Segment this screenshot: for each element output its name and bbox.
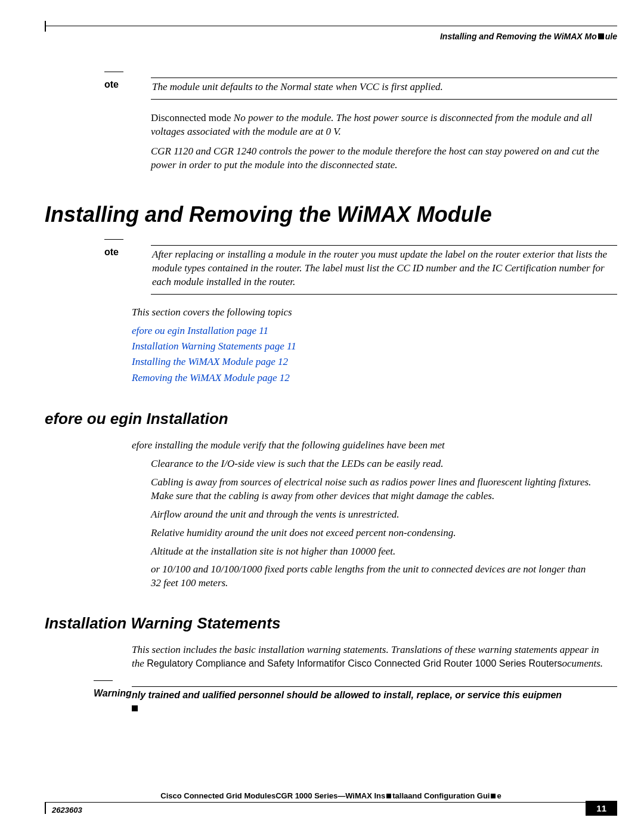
- guideline-item: Relative humidity around the unit does n…: [151, 527, 617, 540]
- footer-docnum: 2623603: [52, 806, 82, 815]
- warn-reg2: Cisco Connected Grid Router 1000 Series …: [345, 658, 562, 668]
- warning-body: nly trained and ualified personnel shoul…: [132, 686, 617, 714]
- link-before-you-begin[interactable]: efore ou egin Installation page 11: [132, 325, 268, 336]
- warning-block: Warning nly trained and ualified personn…: [86, 686, 617, 714]
- header-square-icon: [598, 33, 604, 39]
- footer-title-mid: CGR 1000 Series—WiMAX Ins: [275, 791, 385, 800]
- subsection-before-you-begin: efore ou egin Installation: [45, 410, 617, 428]
- disconnected-lead: Disconnected mode: [151, 112, 231, 123]
- footer-title: Cisco Connected Grid ModulesCGR 1000 Ser…: [45, 791, 617, 800]
- note-body: The module unit defaults to the Normal s…: [151, 78, 617, 100]
- footer-title-left: Cisco Connected Grid Modules: [160, 791, 275, 800]
- header-left-rule: [45, 21, 46, 32]
- note-label: ote: [104, 79, 119, 90]
- note-text: After replacing or installing a module i…: [151, 248, 617, 289]
- footer-square-icon: [386, 794, 391, 798]
- footer-left-rule: [45, 802, 46, 814]
- disconnected-mode-para: Disconnected mode No power to the module…: [151, 112, 617, 139]
- footer-title-mid2: tallaand Configuration Gui: [392, 791, 490, 800]
- warn-mid: for: [334, 658, 345, 668]
- subsection-warning-statements: Installation Warning Statements: [45, 614, 617, 633]
- footer-pagenum: 11: [586, 801, 617, 816]
- link-installing[interactable]: Installing the WiMAX Module page 12: [132, 356, 288, 367]
- note-block-vcc: ote The module unit defaults to the Norm…: [104, 78, 617, 100]
- guideline-item: or 10/100 and 10/100/1000 fixed ports ca…: [151, 563, 617, 590]
- guideline-item: Cabling is away from sources of electric…: [151, 476, 617, 503]
- footer-rule: [45, 802, 617, 803]
- header-top-rule: [45, 26, 617, 26]
- note-label: ote: [104, 247, 119, 258]
- guidelines-lead: efore installing the module verify that …: [132, 439, 617, 453]
- running-header-suffix: ule: [605, 32, 617, 41]
- warning-label: Warning: [94, 688, 132, 699]
- running-header-text: Installing and Removing the WiMAX Mo: [440, 32, 597, 41]
- footer-square-icon: [491, 794, 496, 798]
- link-removing[interactable]: Removing the WiMAX Module page 12: [132, 372, 290, 383]
- note-body: After replacing or installing a module i…: [151, 245, 617, 295]
- link-warning-statements[interactable]: Installation Warning Statements page 11: [132, 340, 296, 352]
- topic-links: efore ou egin Installation page 11 Insta…: [132, 323, 617, 386]
- warn-reg1: Regulatory Compliance and Safety Informa…: [144, 658, 334, 668]
- warning-intro-para: This section includes the basic installa…: [132, 643, 617, 671]
- warning-square-icon: [132, 705, 138, 711]
- warning-rule: [94, 680, 113, 681]
- warn-post: ocuments.: [562, 658, 603, 669]
- guideline-item: Clearance to the I/O-side view is such t…: [151, 457, 617, 471]
- note-block-label: ote After replacing or installing a modu…: [104, 245, 617, 295]
- note-text: The module unit defaults to the Normal s…: [151, 80, 617, 94]
- note-rule: [104, 239, 123, 240]
- cgr-para: CGR 1120 and CGR 1240 controls the power…: [151, 145, 617, 172]
- footer-title-end: e: [497, 791, 501, 800]
- topics-intro: This section covers the following topics: [132, 306, 617, 318]
- note-rule: [104, 72, 123, 72]
- running-header: Installing and Removing the WiMAX Moule: [440, 32, 617, 41]
- guideline-item: Airflow around the unit and through the …: [151, 508, 617, 522]
- guidelines-block: efore installing the module verify that …: [132, 439, 617, 590]
- section-heading-main: Installing and Removing the WiMAX Module: [45, 202, 617, 227]
- guideline-item: Altitude at the installation site is not…: [151, 545, 617, 559]
- warning-text: nly trained and ualified personnel shoul…: [132, 689, 617, 702]
